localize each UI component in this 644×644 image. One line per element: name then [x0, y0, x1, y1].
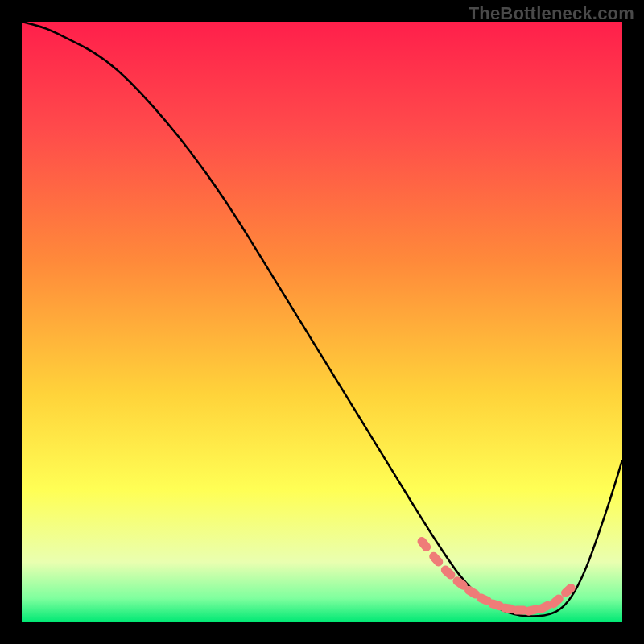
- gradient-background: [22, 22, 622, 622]
- watermark-text: TheBottleneck.com: [469, 3, 634, 24]
- chart-plot: [22, 22, 622, 622]
- chart-frame: [22, 22, 622, 622]
